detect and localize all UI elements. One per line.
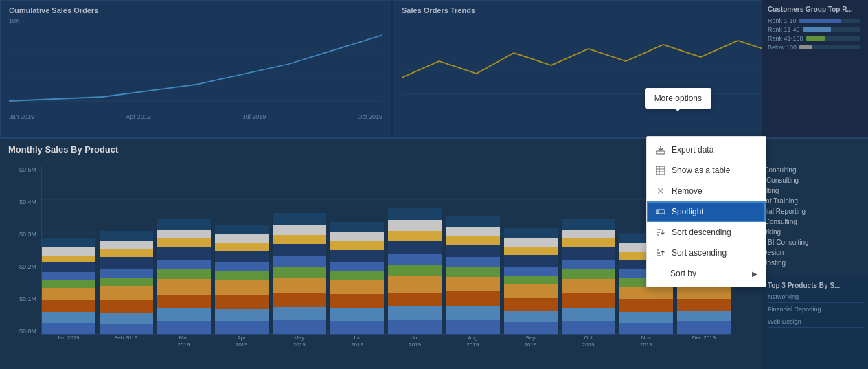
seg-nov-aws [619,323,673,334]
seg-apr-aws [215,321,269,334]
cumulative-chart: Cumulative Sales Orders 10K Jan 2019 Apr… [0,0,391,137]
seg-jun-linux [330,262,384,271]
rank-label-3: Rank 41-100 [768,35,803,42]
seg-mar-element [157,279,211,295]
sort-asc-icon [655,247,666,258]
seg-oct-aws [562,321,615,334]
seg-jun-financial [330,271,384,280]
rank-bar-fill-3 [806,36,825,41]
seg-mar-linux [157,260,211,269]
seg-jun-networking [330,250,384,262]
seg-jul-hosting [388,208,442,220]
right-panel-title: Customers Group Top R... [768,5,863,13]
table-icon [655,165,666,176]
y-axis: $0.5M $0.4M $0.3M $0.2M $0.1M $0.0M [8,166,39,348]
stacked-bar-jul [388,197,442,334]
menu-item-sort-asc[interactable]: Sort ascending [647,243,766,263]
menu-item-export[interactable]: Export data [647,139,766,160]
x-label-jan: Jan 2019 [41,335,95,348]
menu-spotlight-label: Spotlight [672,207,757,216]
x-oct: Oct 2019 [357,113,382,120]
seg-feb-webdesign [100,241,153,250]
seg-may-financial [273,267,326,278]
x-jul: Jul 2019 [242,113,266,120]
tooltip-text: More options [654,93,702,103]
seg-jun-webdesign [330,232,384,241]
submenu-arrow-icon: ▶ [752,270,757,278]
x-label-dec: Dec 2019 [677,335,731,348]
x-label-oct: Oct2019 [562,335,615,348]
rank-bar-bg-4 [799,45,860,49]
seg-jan-aws [42,323,95,334]
y-label-01: $0.1M [8,295,39,302]
seg-mar-networking [157,247,211,259]
seg-sep-azure [504,311,558,323]
seg-nov-azure [619,312,673,323]
seg-sep-aws [504,322,558,334]
x-label-nov: Nov2019 [619,335,673,348]
menu-item-spotlight[interactable]: Spotlight [647,201,766,222]
seg-apr-azure [215,309,269,322]
seg-jun-aws [330,321,384,334]
seg-mar-webdesign [157,230,211,238]
rank-item-1: Rank 1-10 [768,17,863,24]
seg-mar-hosting [157,219,211,230]
rank-bar-fill-2 [803,27,832,32]
y-label-00: $0.0M [8,328,39,335]
seg-aug-powerbi [446,236,500,245]
seg-aug-hosting [446,216,500,227]
seg-oct-webdesign [562,230,615,238]
spotlight-icon [655,206,666,217]
seg-apr-hosting [215,225,269,235]
cumulative-chart-title: Cumulative Sales Orders [9,6,382,14]
seg-oct-linux [562,260,615,269]
stacked-bar-mar [157,203,211,334]
y-label-03: $0.3M [8,231,39,238]
bar-group-may [273,166,326,334]
menu-export-label: Export data [672,145,757,155]
rank-bar-bg-2 [803,27,860,32]
seg-feb-networking [100,257,153,268]
seg-jul-azure [388,306,442,320]
seg-jan-linux [42,272,95,280]
seg-jul-webdesign [388,220,442,231]
rank-label-4: Below 100 [768,44,797,51]
menu-item-sort-desc[interactable]: Sort descending [647,222,766,243]
seg-apr-networking [215,251,269,263]
seg-may-webdesign [273,225,326,235]
seg-apr-element [215,280,269,294]
seg-apr-powerbi [215,243,269,251]
seg-jan-networking [42,262,95,272]
seg-dec-consulting [677,299,731,311]
seg-jan-element [42,288,95,300]
x-label-aug: Aug2019 [446,335,499,348]
seg-sep-hosting [504,228,558,238]
x-label-jul: Jul2019 [388,335,442,348]
menu-item-table[interactable]: Show as a table [647,160,766,181]
seg-feb-hosting [100,231,153,241]
menu-item-remove[interactable]: ✕ Remove [647,181,766,201]
seg-aug-linux [446,257,500,266]
seg-dec-azure [677,311,731,321]
seg-dec-aws [677,321,731,334]
x-label-may: May2019 [273,335,326,348]
dropdown-menu[interactable]: Export data Show as a table ✕ Remove Spo… [646,136,766,287]
svg-rect-7 [656,166,665,175]
seg-may-azure [273,307,326,321]
top3-panel: Top 3 Products By S... Networking Financ… [762,276,868,369]
y-label-02: $0.2M [8,263,39,270]
seg-feb-powerbi [100,249,153,257]
seg-jun-azure [330,308,384,321]
sort-desc-icon [655,227,666,238]
stacked-bar-feb [100,208,153,334]
seg-may-powerbi [273,235,326,245]
x-label-sep: Sep2019 [503,335,557,348]
seg-jun-consulting [330,294,384,309]
x-label-jun: Jun2019 [330,335,384,348]
x-label-feb: Feb 2019 [99,335,152,348]
menu-item-sort-by[interactable]: Sort by ▶ [647,263,766,284]
stacked-bar-apr [215,207,269,334]
seg-jun-element [330,280,384,294]
seg-feb-financial [100,278,153,287]
seg-jul-financial [388,265,442,276]
